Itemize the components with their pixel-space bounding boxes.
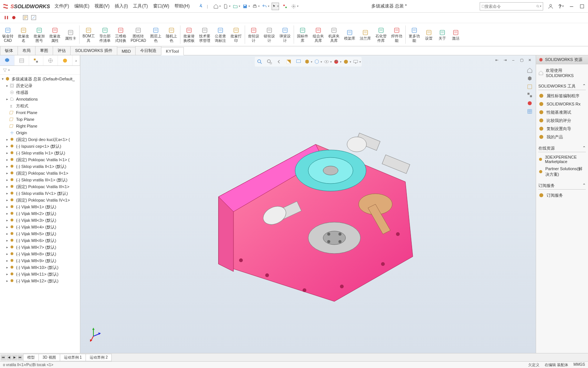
tab-KYTool[interactable]: KYTool <box>161 47 184 55</box>
tree-item[interactable]: ▸(-) Vijak M8<11> (默认) <box>0 271 80 277</box>
task-pane-header[interactable]: SOLIDWORKS 资源 <box>536 55 588 64</box>
ribbon-图层上色[interactable]: 图层上 色 <box>148 23 164 46</box>
tab-草图[interactable]: 草图 <box>35 46 53 55</box>
search-box[interactable]: ▾ <box>480 2 543 10</box>
tree-item[interactable]: ▸(-) Vijak M8<7> (默认) <box>0 244 80 251</box>
menu-编辑[interactable]: 编辑(E) <box>74 3 89 9</box>
minimize-icon[interactable]: – <box>568 3 575 10</box>
macro-pause-icon[interactable] <box>4 15 9 21</box>
ribbon-随机上色[interactable]: 随机上 色 <box>164 23 179 46</box>
ribbon-设置[interactable]: 设置 <box>422 23 436 46</box>
hide-show-icon[interactable] <box>324 58 332 66</box>
ribbon-公差查询标注[interactable]: 公差查 询标注 <box>213 23 228 46</box>
vp-close-icon[interactable]: ✕ <box>526 57 533 63</box>
menu-工具[interactable]: 工具(T) <box>133 3 148 9</box>
nav-prev-icon[interactable]: ◀ <box>6 355 12 361</box>
tree-item[interactable]: ▸(-) Vijak M8<8> (默认) <box>0 251 80 257</box>
side-home-icon[interactable] <box>526 67 533 74</box>
side-part-icon[interactable] <box>526 75 533 82</box>
pin-icon[interactable] <box>197 3 205 10</box>
task-item[interactable]: SOLIDWORKS Rx <box>538 100 586 108</box>
side-decal-icon[interactable] <box>526 108 533 115</box>
section-view-icon[interactable] <box>285 58 293 66</box>
vp-expand-icon[interactable]: ⇥ <box>501 57 509 63</box>
ribbon-更多功能[interactable]: 更多功 能 <box>406 23 422 46</box>
tree-item[interactable]: ▸(固定) Donji deo kuci滨a<1> ( <box>0 136 80 143</box>
menu-窗口[interactable]: 窗口(W) <box>153 3 169 9</box>
ribbon-激活[interactable]: 激活 <box>449 23 462 46</box>
ribbon-链轮设计[interactable]: 链轮设 计 <box>261 23 277 46</box>
bottom-tab-运动算例 1[interactable]: 运动算例 1 <box>60 354 86 361</box>
zoom-fit-icon[interactable] <box>256 58 264 66</box>
dynamic-annotation-icon[interactable] <box>294 58 303 66</box>
view-orientation-icon[interactable] <box>304 58 312 66</box>
task-item[interactable]: Partner Solutions(解决方案) <box>538 165 586 178</box>
ribbon-法兰库[interactable]: 法兰库 <box>358 23 373 46</box>
select-icon[interactable] <box>272 3 279 10</box>
ribbon-国标件库[interactable]: 国标件 库 <box>295 23 310 46</box>
tree-item[interactable]: ▸(-) Sklop vratila II<1> (默认) <box>0 163 80 170</box>
view-settings-icon[interactable] <box>353 58 361 66</box>
tree-item[interactable]: Right Plane <box>0 123 80 129</box>
ribbon-组合夹具库[interactable]: 组合夹 具库 <box>310 23 326 46</box>
ribbon-焊件功能[interactable]: 焊件功 能 <box>389 23 405 46</box>
menu-插入[interactable]: 插入(I) <box>115 3 128 9</box>
tree-item[interactable]: ▸(固定) Poklopac Vratila III<1> <box>0 183 80 190</box>
task-item[interactable]: 性能基准测试 <box>538 108 586 116</box>
property-manager-tab[interactable] <box>15 55 29 65</box>
tree-item[interactable]: ▸(-) Vijak M8<12> (默认) <box>0 277 80 284</box>
welcome-link[interactable]: 欢迎使用 SOLIDWORKS <box>538 67 586 79</box>
menu-视图[interactable]: 视图(V) <box>95 3 109 9</box>
display-manager-tab[interactable] <box>58 55 72 65</box>
dimxpert-tab[interactable] <box>43 55 58 65</box>
tab-钣体[interactable]: 钣体 <box>0 46 18 55</box>
apply-scene-icon[interactable] <box>343 58 351 66</box>
maximize-icon[interactable] <box>578 3 586 10</box>
help-icon[interactable]: ? <box>557 3 565 10</box>
user-icon[interactable] <box>547 3 554 10</box>
tree-item[interactable]: ▸(固定) Poklopac Vratila IV<1> <box>0 197 80 203</box>
ribbon-三维格式转换[interactable]: 三维格 式转换 <box>113 23 129 46</box>
zoom-area-icon[interactable] <box>265 58 273 66</box>
tree-item[interactable]: ▸(-) Vijak M8<2> (默认) <box>0 210 80 217</box>
tab-布局[interactable]: 布局 <box>18 46 35 55</box>
nav-next-icon[interactable]: ▶ <box>12 355 17 361</box>
previous-view-icon[interactable] <box>275 58 283 66</box>
ribbon-导出部件清单[interactable]: 导出部 件清单 <box>97 23 113 46</box>
tree-item[interactable]: Σ方程式 <box>0 102 80 109</box>
menu-文件[interactable]: 文件(F) <box>55 3 69 9</box>
new-doc-icon[interactable] <box>223 3 230 10</box>
search-input[interactable] <box>485 4 536 9</box>
macro-record-icon[interactable] <box>11 15 16 21</box>
ribbon-钣金转CAD[interactable]: 钣金转 CAD <box>0 23 16 46</box>
tree-item[interactable]: ▸(-) Sklop vratila IV<1> (默认) <box>0 190 80 197</box>
tab-今日制造[interactable]: 今日制造 <box>135 46 161 55</box>
nav-last-icon[interactable]: ⏭ <box>18 355 23 361</box>
task-item[interactable]: 我的产品 <box>538 133 586 141</box>
ribbon-属性卡[interactable]: 属性卡 <box>63 23 78 46</box>
search-icon[interactable] <box>536 4 540 9</box>
side-views-icon[interactable] <box>526 91 533 99</box>
vp-minimize-icon[interactable]: – <box>510 57 517 63</box>
tab-MBD[interactable]: MBD <box>117 47 136 55</box>
tree-item[interactable]: ▸(固定) Poklopac Vratila I<1> ( <box>0 156 80 163</box>
vp-maximize-icon[interactable]: ▢ <box>518 57 525 63</box>
bottom-tab-运动算例 2[interactable]: 运动算例 2 <box>86 354 112 361</box>
print-icon[interactable] <box>252 3 260 10</box>
home-icon[interactable] <box>213 3 221 10</box>
tree-item[interactable]: ▸(-) Vijak M8<9> (默认) <box>0 257 80 264</box>
edit-appearance-icon[interactable] <box>333 58 341 66</box>
menu-帮助[interactable]: 帮助(H) <box>174 3 190 9</box>
panel-expand-icon[interactable]: › <box>72 55 80 65</box>
config-manager-tab[interactable] <box>29 55 44 65</box>
tab-评估[interactable]: 评估 <box>53 46 71 55</box>
macro-script-icon[interactable] <box>22 15 28 21</box>
bottom-tab-模型[interactable]: 模型 <box>23 354 39 361</box>
side-drawing-icon[interactable] <box>526 83 533 91</box>
ribbon-石化管件库[interactable]: 石化管 件库 <box>373 23 389 46</box>
tree-item[interactable]: Origin <box>0 129 80 136</box>
tree-item[interactable]: Front Plane <box>0 109 80 116</box>
nav-first-icon[interactable]: ⏮ <box>1 355 6 361</box>
tree-item[interactable]: ▸Annotations <box>0 96 80 102</box>
ribbon-批量改名[interactable]: 批量改 名 <box>16 23 31 46</box>
